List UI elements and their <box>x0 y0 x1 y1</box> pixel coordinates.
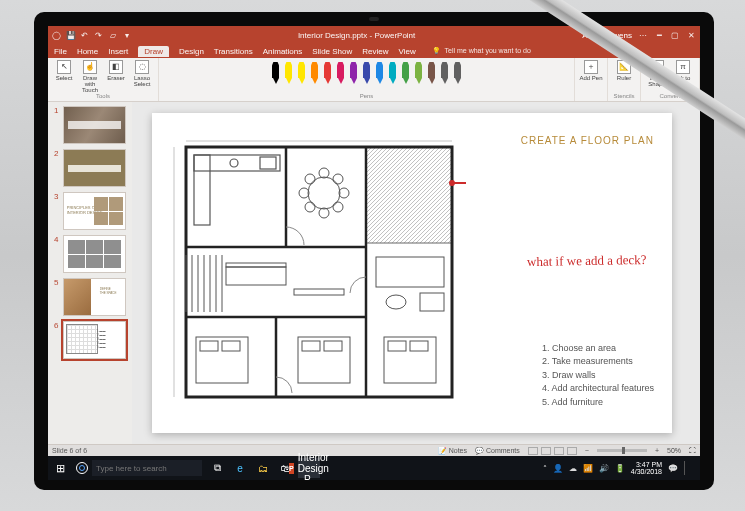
start-button[interactable]: ⊞ <box>48 462 72 475</box>
show-desktop-button[interactable] <box>684 461 694 475</box>
slide-thumb-5[interactable]: 5 DEFINETHE SPACE <box>54 278 126 316</box>
cortana-icon[interactable] <box>76 462 88 474</box>
ribbon-group-addpen: ＋ Add Pen <box>575 58 608 101</box>
ribbon-options-icon[interactable]: ⋯ <box>638 31 648 40</box>
zoom-level[interactable]: 50% <box>667 447 681 454</box>
pen-1[interactable] <box>283 62 294 84</box>
tab-insert[interactable]: Insert <box>108 47 128 56</box>
maximize-icon[interactable]: ▢ <box>670 31 680 40</box>
close-icon[interactable]: ✕ <box>686 31 696 40</box>
ink-to-shape-button[interactable]: ◯ Ink to Shape <box>645 60 669 87</box>
add-pen-button[interactable]: ＋ Add Pen <box>579 60 603 81</box>
slide-thumb-3[interactable]: 3 PRINCIPLES OFINTERIOR DESIGN <box>54 192 126 230</box>
minimize-icon[interactable]: ━ <box>654 31 664 40</box>
slide-thumb-2[interactable]: 2 <box>54 149 126 187</box>
slideshow-view-icon[interactable] <box>567 447 577 455</box>
fit-to-window-icon[interactable]: ⛶ <box>689 447 696 454</box>
undo-icon[interactable]: ↶ <box>80 31 89 40</box>
pen-6[interactable] <box>348 62 359 84</box>
svg-rect-15 <box>194 155 210 225</box>
pen-11[interactable] <box>413 62 424 84</box>
pen-10[interactable] <box>400 62 411 84</box>
pen-12[interactable] <box>426 62 437 84</box>
svg-rect-29 <box>294 289 344 295</box>
file-explorer-icon[interactable]: 🗂 <box>252 458 274 478</box>
ribbon-group-tools: ↖ Select ☝ Draw with Touch ◧ Eraser ◌ La… <box>48 58 159 101</box>
tab-view[interactable]: View <box>399 47 416 56</box>
pen-9[interactable] <box>387 62 398 84</box>
draw-with-touch-button[interactable]: ☝ Draw with Touch <box>78 60 102 93</box>
battery-icon[interactable]: 🔋 <box>615 464 625 473</box>
wifi-icon[interactable]: 📶 <box>583 464 593 473</box>
autosave-icon[interactable]: ◯ <box>52 31 61 40</box>
pen-14[interactable] <box>452 62 463 84</box>
tab-home[interactable]: Home <box>77 47 98 56</box>
sorter-view-icon[interactable] <box>541 447 551 455</box>
pen-5[interactable] <box>335 62 346 84</box>
pen-0[interactable] <box>270 62 281 84</box>
volume-icon[interactable]: 🔊 <box>599 464 609 473</box>
step-5: 5. Add furniture <box>542 396 654 410</box>
workspace: 1 2 3 PRINCIPLES OFINTERIOR DESIGN 4 <box>48 102 700 444</box>
redo-icon[interactable]: ↷ <box>94 31 103 40</box>
slide-thumb-1[interactable]: 1 <box>54 106 126 144</box>
tab-review[interactable]: Review <box>362 47 388 56</box>
pen-13[interactable] <box>439 62 450 84</box>
svg-rect-32 <box>222 341 240 351</box>
tray-chevron-icon[interactable]: ˄ <box>543 464 547 473</box>
select-button[interactable]: ↖ Select <box>52 60 76 93</box>
slide-canvas[interactable]: CREATE A FLOOR PLAN <box>152 113 672 433</box>
floor-plan-drawing <box>166 137 466 407</box>
task-view-icon[interactable]: ⧉ <box>206 458 228 478</box>
lightbulb-icon: 💡 <box>432 47 441 54</box>
pen-3[interactable] <box>309 62 320 84</box>
tab-file[interactable]: File <box>54 47 67 56</box>
group-label-pens: Pens <box>360 93 374 99</box>
tab-animations[interactable]: Animations <box>263 47 303 56</box>
slide-thumb-6[interactable]: 6 1.▬▬2.▬▬3.▬▬4.▬▬5.▬▬ <box>54 321 126 359</box>
pen-8[interactable] <box>374 62 385 84</box>
start-from-beginning-icon[interactable]: ▱ <box>108 31 117 40</box>
qat-dropdown-icon[interactable]: ▾ <box>122 31 131 40</box>
lasso-select-button[interactable]: ◌ Lasso Select <box>130 60 154 93</box>
account-name[interactable]: Aimee Owens <box>582 31 632 40</box>
pen-2[interactable] <box>296 62 307 84</box>
windows-taskbar: ⊞ ⧉ e 🗂 🛍 P Interior Design - P... ˄ 👤 ☁… <box>48 456 700 480</box>
eraser-button[interactable]: ◧ Eraser <box>104 60 128 93</box>
edge-icon[interactable]: e <box>229 458 251 478</box>
zoom-slider[interactable] <box>597 449 647 452</box>
slide-thumb-4[interactable]: 4 <box>54 235 126 273</box>
taskbar-search-input[interactable] <box>92 460 202 476</box>
slide-thumbnail-panel[interactable]: 1 2 3 PRINCIPLES OFINTERIOR DESIGN 4 <box>48 102 132 444</box>
taskbar-clock[interactable]: 3:47 PM 4/30/2018 <box>631 461 662 475</box>
step-4: 4. Add architectural features <box>542 382 654 396</box>
tell-me-search[interactable]: 💡 Tell me what you want to do <box>432 47 531 55</box>
ruler-button[interactable]: 📐 Ruler <box>612 60 636 81</box>
save-icon[interactable]: 💾 <box>66 31 75 40</box>
people-icon[interactable]: 👤 <box>553 464 563 473</box>
svg-rect-0 <box>366 147 452 243</box>
pen-4[interactable] <box>322 62 333 84</box>
notes-button[interactable]: 📝 Notes <box>438 447 467 455</box>
svg-rect-34 <box>302 341 320 351</box>
taskbar-app-powerpoint[interactable]: P Interior Design - P... <box>298 458 320 478</box>
tab-slideshow[interactable]: Slide Show <box>312 47 352 56</box>
onedrive-icon[interactable]: ☁ <box>569 464 577 473</box>
zoom-in-icon[interactable]: + <box>655 447 659 454</box>
zoom-out-icon[interactable]: − <box>585 447 589 454</box>
comments-button[interactable]: 💬 Comments <box>475 447 520 455</box>
slide-editor[interactable]: CREATE A FLOOR PLAN <box>132 102 700 444</box>
tab-draw[interactable]: Draw <box>138 46 169 57</box>
ruler-icon: 📐 <box>617 60 631 74</box>
action-center-icon[interactable]: 💬 <box>668 464 678 473</box>
shape-icon: ◯ <box>650 60 664 74</box>
step-2: 2. Take measurements <box>542 355 654 369</box>
pen-7[interactable] <box>361 62 372 84</box>
normal-view-icon[interactable] <box>528 447 538 455</box>
tab-design[interactable]: Design <box>179 47 204 56</box>
svg-point-42 <box>450 181 454 185</box>
ink-to-math-button[interactable]: π Ink to Math <box>671 60 695 87</box>
tab-transitions[interactable]: Transitions <box>214 47 253 56</box>
reading-view-icon[interactable] <box>554 447 564 455</box>
svg-rect-27 <box>226 267 286 285</box>
